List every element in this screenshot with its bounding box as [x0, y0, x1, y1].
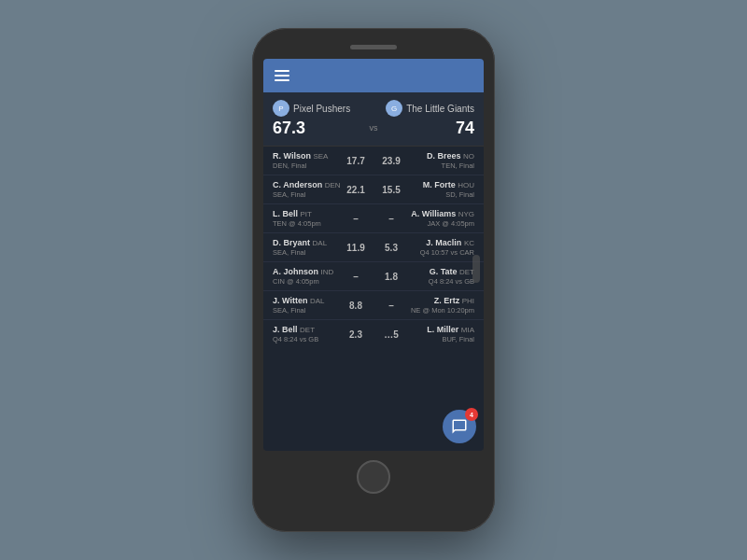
- player-right-3: J. Maclin KC Q4 10:57 vs CAR: [404, 238, 474, 257]
- chat-badge: 4: [465, 408, 478, 421]
- hamburger-line-3: [275, 79, 289, 81]
- player-left-team-6: DET: [300, 326, 315, 334]
- player-right-5: Z. Ertz PHI NE @ Mon 10:20pm: [404, 296, 474, 315]
- vs-label: vs: [370, 123, 378, 138]
- player-left-name-1: C. Anderson DEN: [273, 180, 343, 189]
- player-right-name-2: A. Williams NYG: [411, 209, 474, 218]
- player-left-3: D. Bryant DAL SEA, Final: [273, 238, 343, 257]
- player-right-name-5: Z. Ertz PHI: [434, 296, 474, 305]
- player-right-score-0: 23.9: [378, 156, 404, 166]
- player-right-name-4: G. Tate DET: [430, 267, 474, 276]
- player-left-team-4: IND: [321, 268, 334, 276]
- team-right-score: 74: [456, 119, 474, 138]
- chat-icon: [451, 418, 468, 435]
- scroll-indicator: [472, 255, 480, 283]
- player-right-score-6: …5: [378, 329, 404, 340]
- player-left-team-1: DEN: [325, 181, 341, 189]
- player-right-name-3: J. Maclin KC: [426, 238, 474, 247]
- player-left-score-5: 8.8: [343, 301, 369, 311]
- player-right-status-6: BUF, Final: [442, 335, 474, 343]
- player-right-status-4: Q4 8:24 vs GB: [429, 277, 474, 286]
- player-right-status-0: TEN, Final: [442, 161, 474, 170]
- player-right-name-1: M. Forte HOU: [423, 180, 474, 189]
- phone-home-button[interactable]: [357, 460, 390, 494]
- player-right-4: G. Tate DET Q4 8:24 vs GB: [404, 267, 474, 286]
- player-left-score-4: –: [343, 272, 369, 282]
- player-left-team-5: DAL: [310, 297, 325, 305]
- hamburger-line-1: [275, 70, 289, 72]
- player-left-status-2: TEN @ 4:05pm: [273, 219, 343, 228]
- player-left-status-5: SEA, Final: [273, 306, 343, 315]
- player-row: C. Anderson DEN SEA, Final 22.1 15.5 M. …: [263, 175, 484, 204]
- player-right-team-3: KC: [464, 239, 474, 247]
- player-left-status-1: SEA, Final: [273, 190, 343, 199]
- menu-icon[interactable]: [275, 70, 289, 81]
- player-left-score-0: 17.7: [343, 156, 369, 166]
- player-left-0: R. Wilson SEA DEN, Final: [273, 151, 343, 170]
- player-left-status-6: Q4 8:24 vs GB: [273, 335, 343, 343]
- player-row: L. Bell PIT TEN @ 4:05pm – – A. Williams…: [263, 204, 484, 233]
- team-left-score: 67.3: [273, 119, 305, 138]
- player-left-team-2: PIT: [301, 210, 312, 218]
- player-left-team-0: SEA: [313, 152, 328, 161]
- player-row: J. Witten DAL SEA, Final 8.8 – Z. Ertz P…: [263, 291, 484, 320]
- team-right-name-row: G The Little Giants: [386, 100, 474, 117]
- player-left-5: J. Witten DAL SEA, Final: [273, 296, 343, 315]
- player-left-name-5: J. Witten DAL: [273, 296, 343, 305]
- phone-speaker: [350, 45, 397, 49]
- team-left-name: Pixel Pushers: [293, 104, 350, 114]
- player-right-team-2: NYG: [458, 210, 474, 218]
- player-left-score-3: 11.9: [343, 243, 369, 253]
- player-right-2: A. Williams NYG JAX @ 4:05pm: [404, 209, 474, 228]
- player-left-2: L. Bell PIT TEN @ 4:05pm: [273, 209, 343, 228]
- phone-screen: P Pixel Pushers 67.3 vs G The Little Gia…: [263, 59, 484, 451]
- hamburger-line-2: [275, 75, 289, 77]
- player-row: D. Bryant DAL SEA, Final 11.9 5.3 J. Mac…: [263, 233, 484, 262]
- player-right-team-5: PHI: [462, 297, 474, 305]
- player-right-score-2: –: [378, 214, 404, 224]
- player-right-score-3: 5.3: [378, 243, 404, 253]
- player-left-name-6: J. Bell DET: [273, 325, 343, 334]
- player-left-team-3: DAL: [313, 239, 328, 247]
- player-left-score-2: –: [343, 214, 369, 224]
- player-right-name-6: L. Miller MIA: [427, 325, 474, 334]
- player-right-status-2: JAX @ 4:05pm: [427, 219, 474, 228]
- player-row: R. Wilson SEA DEN, Final 17.7 23.9 D. Br…: [263, 147, 484, 175]
- team-right-avatar: G: [386, 100, 402, 117]
- player-left-1: C. Anderson DEN SEA, Final: [273, 180, 343, 199]
- player-right-status-3: Q4 10:57 vs CAR: [420, 248, 474, 257]
- player-row: A. Johnson IND CIN @ 4:05pm – 1.8 G. Tat…: [263, 262, 484, 291]
- player-right-team-6: MIA: [461, 326, 474, 334]
- player-left-status-0: DEN, Final: [273, 161, 343, 170]
- player-row: J. Bell DET Q4 8:24 vs GB 2.3 …5 L. Mill…: [263, 320, 484, 348]
- player-right-score-4: 1.8: [378, 272, 404, 282]
- team-right: G The Little Giants 74: [386, 100, 475, 138]
- player-left-name-3: D. Bryant DAL: [273, 238, 343, 247]
- player-right-score-5: –: [378, 301, 404, 311]
- player-right-name-0: D. Brees NO: [427, 151, 474, 161]
- team-right-name: The Little Giants: [406, 104, 474, 114]
- player-right-score-1: 15.5: [378, 185, 404, 195]
- player-right-team-1: HOU: [458, 181, 474, 189]
- player-left-name-4: A. Johnson IND: [273, 267, 343, 276]
- team-left-name-row: P Pixel Pushers: [273, 100, 350, 117]
- player-right-6: L. Miller MIA BUF, Final: [404, 325, 474, 343]
- player-left-status-3: SEA, Final: [273, 248, 343, 257]
- player-right-0: D. Brees NO TEN, Final: [404, 151, 474, 170]
- team-left: P Pixel Pushers 67.3: [273, 100, 362, 138]
- top-bar: [263, 59, 484, 92]
- team-left-avatar: P: [273, 100, 289, 117]
- player-left-name-2: L. Bell PIT: [273, 209, 343, 218]
- player-left-status-4: CIN @ 4:05pm: [273, 277, 343, 286]
- players-list: R. Wilson SEA DEN, Final 17.7 23.9 D. Br…: [263, 147, 484, 451]
- matchup-header: P Pixel Pushers 67.3 vs G The Little Gia…: [263, 92, 484, 147]
- player-right-status-5: NE @ Mon 10:20pm: [411, 306, 474, 315]
- player-left-6: J. Bell DET Q4 8:24 vs GB: [273, 325, 343, 343]
- player-left-score-1: 22.1: [343, 185, 369, 195]
- player-left-4: A. Johnson IND CIN @ 4:05pm: [273, 267, 343, 286]
- chat-fab[interactable]: 4: [443, 410, 476, 443]
- player-right-status-1: SD, Final: [445, 190, 474, 199]
- player-left-score-6: 2.3: [343, 329, 369, 340]
- player-left-name-0: R. Wilson SEA: [273, 151, 343, 161]
- player-right-1: M. Forte HOU SD, Final: [404, 180, 474, 199]
